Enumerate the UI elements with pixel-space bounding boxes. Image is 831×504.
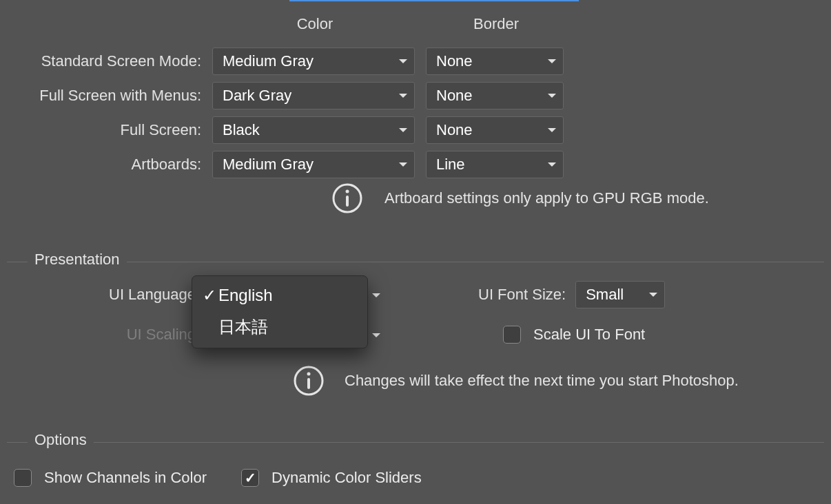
artboard-info-text: Artboard settings only apply to GPU RGB …	[384, 189, 709, 207]
scale-ui-checkbox[interactable]	[503, 326, 521, 344]
lang-item-english[interactable]: ✓ English	[192, 280, 367, 311]
chevron-down-icon	[372, 333, 380, 355]
chevron-down-icon	[399, 128, 407, 132]
options-title: Options	[28, 431, 94, 449]
mode-row-artboards: Artboards: Medium Gray Line	[0, 147, 568, 182]
dropdown-value: Small	[586, 286, 624, 304]
mode-row-fullscreen-menus: Full Screen with Menus: Dark Gray None	[0, 78, 568, 113]
screen-mode-headers: Color Border	[214, 15, 565, 33]
presentation-group: Presentation UI Language UI Font Size: S…	[7, 262, 824, 421]
dropdown-value: Medium Gray	[223, 156, 314, 174]
options-row: Show Channels in Color Dynamic Color Sli…	[14, 469, 422, 487]
mode-row-standard: Standard Screen Mode: Medium Gray None	[0, 44, 568, 78]
chevron-down-icon	[399, 59, 407, 63]
standard-color-dropdown[interactable]: Medium Gray	[212, 48, 415, 75]
dropdown-value: Line	[436, 156, 465, 174]
ui-font-size-dropdown[interactable]: Small	[575, 281, 665, 308]
color-header: Color	[214, 15, 416, 33]
dropdown-value: None	[436, 87, 473, 105]
chevron-down-icon	[372, 293, 380, 315]
info-icon	[331, 182, 364, 215]
active-tab-underline	[289, 0, 579, 1]
artboards-border-dropdown[interactable]: Line	[426, 151, 564, 178]
screen-mode-grid: Standard Screen Mode: Medium Gray None F…	[0, 44, 568, 182]
dropdown-value: None	[436, 121, 473, 139]
info-icon	[292, 364, 325, 397]
ui-font-size-label: UI Font Size:	[478, 286, 566, 304]
artboard-info-row: Artboard settings only apply to GPU RGB …	[331, 182, 709, 215]
svg-point-1	[346, 190, 349, 193]
check-icon: ✓	[201, 286, 218, 305]
dropdown-value: Medium Gray	[223, 52, 314, 70]
mode-label: Standard Screen Mode:	[0, 52, 201, 70]
artboards-color-dropdown[interactable]: Medium Gray	[212, 151, 415, 178]
ui-language-label: UI Language	[7, 286, 196, 304]
fullscreen-border-dropdown[interactable]: None	[426, 116, 564, 144]
show-channels-label: Show Channels in Color	[44, 469, 207, 487]
dynamic-sliders-label: Dynamic Color Sliders	[271, 469, 422, 487]
ui-font-size-pair: UI Font Size: Small	[478, 281, 665, 308]
fs-menus-border-dropdown[interactable]: None	[426, 82, 564, 109]
mode-label: Full Screen with Menus:	[0, 87, 201, 105]
svg-point-4	[307, 372, 311, 376]
options-group: Options Show Channels in Color Dynamic C…	[7, 442, 824, 504]
border-header: Border	[427, 15, 565, 33]
presentation-info-row: Changes will take effect the next time y…	[292, 364, 739, 397]
ui-scaling-label: UI Scaling	[7, 326, 196, 344]
fullscreen-color-dropdown[interactable]: Black	[212, 116, 415, 144]
standard-border-dropdown[interactable]: None	[426, 48, 564, 75]
mode-label: Full Screen:	[0, 121, 201, 139]
chevron-down-icon	[399, 94, 407, 98]
dynamic-sliders-checkbox[interactable]	[241, 469, 259, 487]
presentation-row-2: UI Scaling Scale UI To Font	[7, 326, 824, 344]
presentation-title: Presentation	[28, 251, 127, 269]
ui-language-dropdown-chevron[interactable]	[372, 297, 380, 315]
mode-label: Artboards:	[0, 156, 201, 174]
dynamic-sliders-option[interactable]: Dynamic Color Sliders	[241, 469, 422, 487]
lang-item-label: English	[218, 286, 273, 305]
presentation-info-text: Changes will take effect the next time y…	[345, 372, 739, 390]
lang-item-japanese[interactable]: 日本語	[192, 311, 367, 344]
svg-rect-2	[346, 196, 349, 207]
chevron-down-icon	[399, 162, 407, 167]
scale-ui-checkbox-pair[interactable]: Scale UI To Font	[503, 326, 645, 344]
show-channels-checkbox[interactable]	[14, 469, 32, 487]
dropdown-value: Dark Gray	[223, 87, 291, 105]
lang-item-label: 日本語	[218, 316, 268, 338]
ui-language-menu[interactable]: ✓ English 日本語	[192, 275, 368, 348]
chevron-down-icon	[548, 162, 556, 167]
dropdown-value: None	[436, 52, 473, 70]
ui-scaling-dropdown-chevron[interactable]	[372, 337, 380, 355]
scale-ui-label: Scale UI To Font	[533, 326, 645, 344]
show-channels-option[interactable]: Show Channels in Color	[14, 469, 207, 487]
chevron-down-icon	[548, 128, 556, 132]
chevron-down-icon	[649, 293, 657, 297]
svg-rect-5	[307, 378, 310, 389]
fs-menus-color-dropdown[interactable]: Dark Gray	[212, 82, 415, 109]
dropdown-value: Black	[223, 121, 260, 139]
presentation-row-1: UI Language UI Font Size: Small	[7, 286, 824, 304]
chevron-down-icon	[548, 94, 556, 98]
mode-row-fullscreen: Full Screen: Black None	[0, 113, 568, 147]
chevron-down-icon	[548, 59, 556, 63]
scale-ui-pair: Scale UI To Font	[503, 326, 645, 344]
